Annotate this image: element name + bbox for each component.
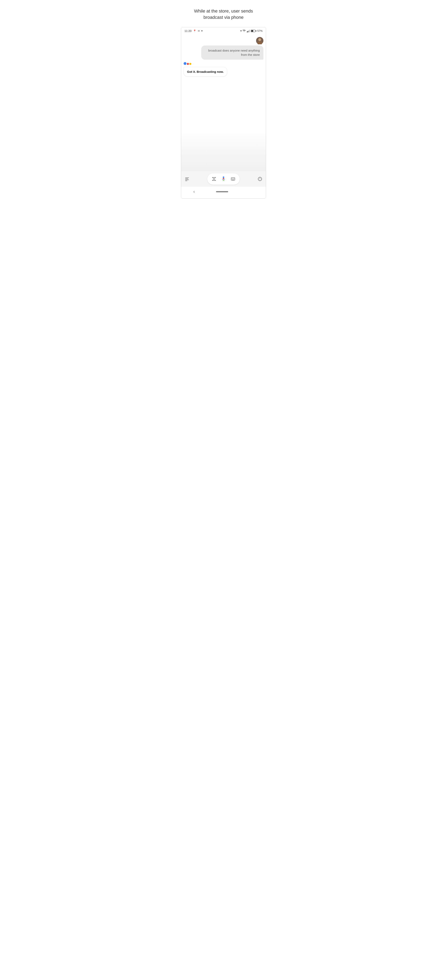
svg-rect-9	[212, 180, 214, 181]
title-line-2: broadcast via phone	[203, 15, 244, 20]
svg-rect-20	[234, 178, 235, 178]
page-title: While at the store, user sends broadcast…	[194, 8, 253, 21]
svg-rect-17	[232, 178, 232, 178]
svg-point-1	[258, 38, 261, 41]
phone-frame: 11:20 📍 ✉	[181, 27, 266, 199]
wifi-icon	[243, 30, 246, 32]
svg-rect-18	[232, 178, 233, 178]
status-bar: 11:20 📍 ✉	[181, 27, 266, 34]
status-time: 11:20	[184, 29, 192, 33]
svg-rect-3	[185, 178, 189, 178]
svg-rect-25	[232, 180, 234, 180]
toolbar-pill	[207, 173, 240, 185]
back-button[interactable]: ‹	[193, 189, 195, 194]
svg-point-11	[213, 178, 215, 180]
status-bar-left: 11:20 📍 ✉	[184, 29, 203, 33]
title-line-1: While at the store, user sends	[194, 8, 253, 14]
gmail-icon: ✉	[198, 30, 200, 32]
svg-marker-32	[260, 179, 260, 180]
user-message-bubble: broadcast does anyone need anything from…	[201, 46, 263, 60]
svg-rect-5	[185, 180, 189, 180]
signal-bars-icon	[247, 30, 250, 32]
svg-rect-21	[232, 179, 232, 180]
svg-rect-23	[233, 179, 234, 180]
assistant-message-text: Got it. Broadcasting now.	[187, 70, 224, 73]
svg-marker-31	[260, 178, 260, 179]
status-dot	[201, 30, 203, 31]
battery-percent: 57%	[257, 29, 263, 32]
compass-icon[interactable]	[257, 177, 263, 181]
signal-dot	[241, 30, 241, 31]
user-avatar	[256, 37, 263, 44]
assistant-message-bubble: Got it. Broadcasting now.	[184, 67, 227, 76]
svg-rect-10	[214, 180, 216, 181]
location-icon: 📍	[193, 30, 196, 32]
svg-rect-19	[233, 178, 234, 178]
google-dot-yellow	[189, 63, 191, 65]
svg-rect-24	[234, 179, 235, 180]
status-bar-right: 57%	[241, 29, 263, 32]
microphone-button[interactable]	[220, 175, 227, 183]
svg-rect-12	[223, 177, 224, 178]
battery-icon	[251, 30, 256, 32]
chat-fade-area	[181, 131, 266, 171]
svg-rect-22	[232, 179, 233, 180]
user-message-text: broadcast does anyone need anything from…	[208, 49, 260, 56]
avatar-svg	[256, 37, 263, 44]
svg-rect-4	[185, 178, 188, 179]
svg-rect-8	[214, 177, 216, 178]
svg-rect-7	[212, 177, 214, 178]
navigation-bar: ‹	[181, 187, 266, 198]
google-dot-red	[187, 63, 189, 65]
keyboard-icon[interactable]	[230, 177, 236, 181]
bottom-toolbar	[181, 171, 266, 187]
google-assistant-dots	[184, 62, 191, 65]
menu-icon[interactable]	[184, 177, 190, 181]
assistant-message-wrapper: Got it. Broadcasting now.	[184, 62, 263, 76]
home-pill[interactable]	[216, 191, 228, 192]
svg-rect-13	[223, 178, 224, 179]
screenshot-icon[interactable]	[211, 177, 217, 181]
google-dot-blue	[184, 62, 187, 65]
svg-rect-6	[185, 181, 187, 181]
user-message-wrapper: broadcast does anyone need anything from…	[184, 37, 263, 60]
chat-area: broadcast does anyone need anything from…	[181, 34, 266, 131]
